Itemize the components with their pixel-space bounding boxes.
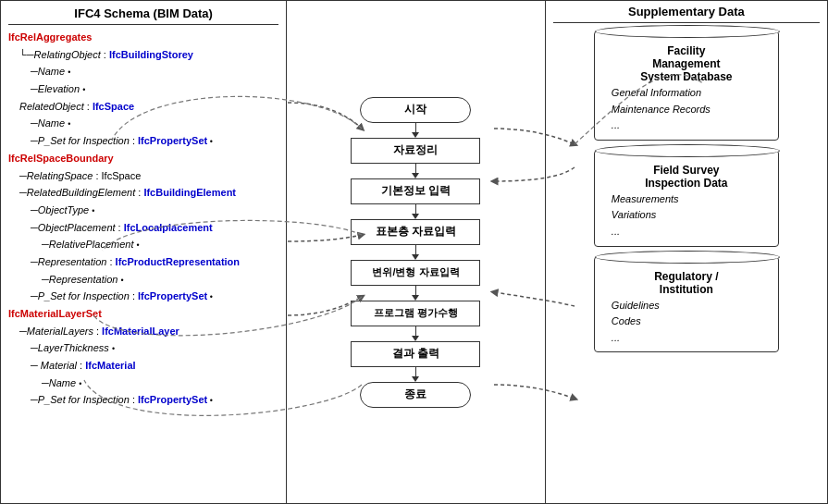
flow-arrow-7 bbox=[412, 367, 419, 382]
ifc-material-layer: IfcMaterialLayer bbox=[102, 326, 179, 337]
flow-arrow-4 bbox=[412, 245, 419, 260]
flow-var-input: 변위/변형 자료입력 bbox=[351, 260, 480, 286]
ifc-rel-aggregates-label: IfcRelAggregates bbox=[8, 31, 92, 43]
tree-row: ─Representation : IfcProductRepresentati… bbox=[8, 253, 278, 271]
db-field-title: Field SurveyInspection Data bbox=[604, 164, 769, 190]
regulatory-item-2: Codes bbox=[612, 313, 769, 330]
db-field-section: Field SurveyInspection Data Measurements… bbox=[553, 150, 820, 247]
tree-row: ─ObjectPlacement : IfcLocalplacement bbox=[8, 219, 278, 237]
tree-row: ─Representation bbox=[8, 271, 278, 289]
db-fms-cylinder: FacilityManagementSystem Database Genera… bbox=[594, 31, 779, 141]
db-regulatory-cylinder: Regulatory /Institution Guidelines Codes… bbox=[594, 256, 779, 353]
flow-data-org: 자료정리 bbox=[351, 138, 480, 164]
db-fms-section: FacilityManagementSystem Database Genera… bbox=[553, 31, 820, 141]
ifc-propertyset-1: IfcPropertySet bbox=[138, 135, 207, 146]
ifc-rel-space-boundary-label: IfcRelSpaceBoundary bbox=[8, 153, 114, 164]
flow-arrow-1 bbox=[412, 123, 419, 138]
ifc-building-element: IfcBuildingElement bbox=[143, 187, 236, 198]
db-regulatory-section: Regulatory /Institution Guidelines Codes… bbox=[553, 256, 820, 353]
ifc-material-layer-set: IfcMaterialLayerSet bbox=[8, 305, 278, 323]
field-item-2: Variations bbox=[612, 207, 769, 224]
tree-row: ─RelatingSpace : IfcSpace bbox=[8, 167, 278, 185]
flow-end: 종료 bbox=[360, 382, 471, 408]
right-panel: Supplementary Data FacilityManagementSys… bbox=[546, 1, 827, 503]
tree-row: ─P_Set for Inspection : IfcPropertySet bbox=[8, 391, 278, 409]
flow-output: 결과 출력 bbox=[351, 341, 480, 367]
tree-row: ─MaterialLayers : IfcMaterialLayer bbox=[8, 323, 278, 340]
tree-row: ─Name bbox=[8, 63, 278, 80]
tree-row: ─ObjectType bbox=[8, 202, 278, 219]
right-panel-title: Supplementary Data bbox=[553, 5, 820, 23]
fms-item-1: General Information bbox=[612, 85, 769, 102]
regulatory-item-1: Guidelines bbox=[612, 298, 769, 314]
tree-row: RelatedObject : IfcSpace bbox=[8, 98, 278, 116]
db-fms-title: FacilityManagementSystem Database bbox=[604, 44, 769, 83]
ifc-material: IfcMaterial bbox=[85, 360, 135, 371]
flow-arrow-3 bbox=[412, 204, 419, 219]
flow-start: 시작 bbox=[360, 97, 471, 123]
tree-row: ─P_Set for Inspection : IfcPropertySet bbox=[8, 132, 278, 150]
middle-panel: 시작 자료정리 기본정보 입력 표본층 자료입력 변위/변형 자료입력 프로그램… bbox=[287, 1, 545, 503]
ifc-propertyset-2: IfcPropertySet bbox=[138, 290, 207, 301]
db-field-top bbox=[595, 144, 780, 157]
fms-item-2: Maintenance Records bbox=[612, 102, 769, 118]
tree-row: ─ Material : IfcMaterial bbox=[8, 357, 278, 375]
tree-row: ─LayerThickness bbox=[8, 339, 278, 357]
tree-row: └─RelatingObject : IfcBuildingStorey bbox=[8, 46, 278, 64]
field-item-1: Measurements bbox=[612, 191, 769, 208]
ifc-rel-aggregates: IfcRelAggregates bbox=[8, 29, 278, 46]
flow-eval: 프로그램 평가수행 bbox=[351, 301, 480, 326]
flow-arrow-5 bbox=[412, 286, 419, 301]
left-title-text: IFC4 Schema (BIM Data) bbox=[74, 6, 213, 20]
left-panel: IFC4 Schema (BIM Data) IfcRelAggregates … bbox=[1, 1, 287, 503]
tree-row: ─P_Set for Inspection : IfcPropertySet bbox=[8, 288, 278, 305]
right-title-text: Supplementary Data bbox=[628, 5, 745, 18]
db-fms-top bbox=[595, 25, 780, 38]
ifc-building-storey: IfcBuildingStorey bbox=[109, 49, 193, 60]
tree-row: ─RelatedBuildingElement : IfcBuildingEle… bbox=[8, 184, 278, 202]
ifc-material-layer-set-label: IfcMaterialLayerSet bbox=[8, 308, 102, 319]
flow-arrow-6 bbox=[412, 326, 419, 341]
db-fms-body: FacilityManagementSystem Database Genera… bbox=[594, 31, 779, 141]
ifc-localplacement: IfcLocalplacement bbox=[124, 222, 213, 233]
flow-sample-input: 표본층 자료입력 bbox=[351, 219, 480, 245]
ifc-tree: IfcRelAggregates └─RelatingObject : IfcB… bbox=[8, 29, 278, 409]
field-item-3: ... bbox=[612, 224, 769, 240]
left-panel-title: IFC4 Schema (BIM Data) bbox=[8, 6, 278, 25]
db-regulatory-top bbox=[595, 251, 780, 264]
db-regulatory-items: Guidelines Codes ... bbox=[604, 298, 769, 347]
ifc-propertyset-3: IfcPropertySet bbox=[138, 394, 207, 405]
flowchart: 시작 자료정리 기본정보 입력 표본층 자료입력 변위/변형 자료입력 프로그램… bbox=[305, 97, 525, 408]
regulatory-item-3: ... bbox=[612, 330, 769, 347]
ifc-space-1: IfcSpace bbox=[93, 101, 134, 112]
flow-basic-input: 기본정보 입력 bbox=[351, 178, 480, 204]
db-fms-items: General Information Maintenance Records … bbox=[604, 85, 769, 134]
ifc-rel-space-boundary: IfcRelSpaceBoundary bbox=[8, 150, 278, 167]
ifc-product-representation: IfcProductRepresentation bbox=[116, 256, 240, 267]
tree-row: ─RelativePlacement bbox=[8, 236, 278, 253]
db-field-cylinder: Field SurveyInspection Data Measurements… bbox=[594, 150, 779, 247]
db-regulatory-body: Regulatory /Institution Guidelines Codes… bbox=[594, 256, 779, 353]
tree-row: ─Name bbox=[8, 115, 278, 132]
fms-item-3: ... bbox=[612, 117, 769, 134]
db-regulatory-title: Regulatory /Institution bbox=[604, 270, 769, 296]
flow-arrow-2 bbox=[412, 164, 419, 178]
tree-row: ─Elevation bbox=[8, 80, 278, 98]
main-container: IFC4 Schema (BIM Data) IfcRelAggregates … bbox=[0, 0, 828, 504]
db-field-body: Field SurveyInspection Data Measurements… bbox=[594, 150, 779, 247]
db-field-items: Measurements Variations ... bbox=[604, 191, 769, 240]
tree-row: ─Name bbox=[8, 375, 278, 392]
